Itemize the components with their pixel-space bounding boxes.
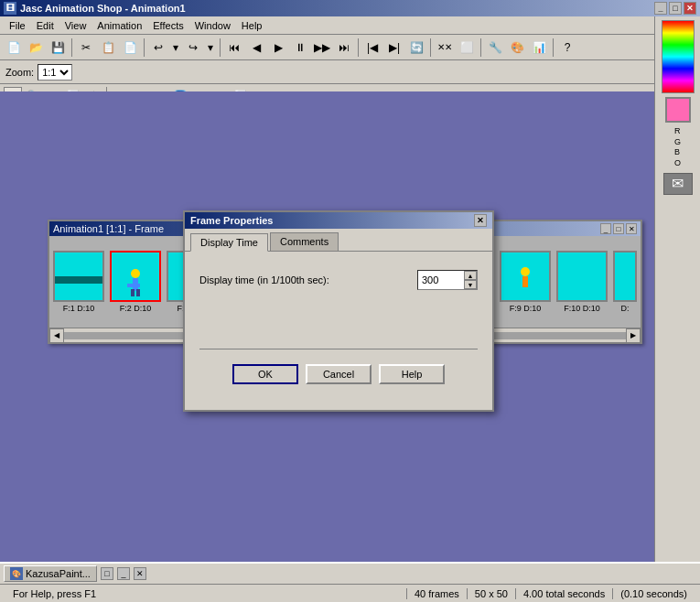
app-icon: 🎞 (4, 2, 16, 15)
frame-play-icon[interactable]: ▶ (268, 38, 288, 58)
display-time-label: Display time (in 1/100th sec): (199, 274, 410, 285)
scroll-right[interactable]: ▶ (626, 328, 641, 343)
color-gradient[interactable] (662, 20, 695, 93)
frame-item: F:9 D:10 (498, 251, 553, 313)
maximize-button[interactable]: □ (669, 2, 682, 15)
frame-first2-icon[interactable]: |◀ (362, 38, 382, 58)
frame-thumb-10[interactable] (556, 251, 608, 302)
loop-icon[interactable]: 🔄 (406, 38, 426, 58)
help-icon[interactable]: ? (557, 38, 577, 58)
zoom-label: Zoom: (5, 67, 34, 78)
frame-item: F:2 D:10 (108, 251, 163, 313)
spinner-up[interactable]: ▲ (464, 271, 477, 280)
taskbar-x-0[interactable]: ✕ (134, 567, 146, 580)
frame-last-icon[interactable]: ⏭ (334, 38, 354, 58)
frame-label-10: F:10 D:10 (564, 304, 600, 313)
title-bar-buttons: _ □ ✕ (654, 2, 696, 15)
tab-display-time[interactable]: Display Time (190, 233, 268, 252)
o-value: O (674, 158, 681, 169)
frame-thumb-2[interactable] (110, 251, 161, 302)
frame-properties-dialog: Frame Properties ✕ Display Time Comments… (183, 210, 494, 412)
insert-icon[interactable]: ⬜ (457, 38, 477, 58)
frame-prev-icon[interactable]: ⏮ (224, 38, 244, 58)
tools-icon[interactable]: 🔧 (485, 38, 505, 58)
ok-button[interactable]: OK (232, 364, 298, 384)
status-total-sec: 4.00 total seconds (516, 588, 613, 599)
status-bar: For Help, press F1 40 frames 50 x 50 4.0… (0, 584, 700, 602)
sep3 (220, 38, 221, 57)
taskbar-item-0[interactable]: 🎨 KazusaPaint... (4, 565, 97, 582)
right-panel: R G B O ✉ (654, 16, 700, 562)
cut-icon[interactable]: ✂ (76, 38, 96, 58)
dialog-separator (199, 349, 478, 349)
taskbar-label-0: KazusaPaint... (26, 568, 91, 579)
undo-icon[interactable]: ↩ (148, 38, 168, 58)
frame-item: F:10 D:10 (555, 251, 609, 313)
color-swatch-primary[interactable] (665, 97, 691, 123)
menu-help[interactable]: Help (236, 18, 268, 33)
frame-label-1: F:1 D:10 (63, 304, 95, 313)
status-frames: 40 frames (407, 588, 468, 599)
anim-title-buttons: _ □ ✕ (600, 223, 637, 234)
close-button[interactable]: ✕ (684, 2, 696, 15)
menu-file[interactable]: File (4, 18, 31, 33)
frame-last2-icon[interactable]: ▶| (384, 38, 404, 58)
status-help: For Help, press F1 (5, 588, 407, 599)
menu-animation[interactable]: Animation (92, 18, 147, 33)
taskbar-close-0[interactable]: □ (101, 567, 113, 580)
open-icon[interactable]: 📂 (26, 38, 46, 58)
zoom-select[interactable]: 1:1 1:2 1:4 2:1 4:1 (38, 64, 72, 81)
anim-close[interactable]: ✕ (626, 223, 637, 234)
menu-edit[interactable]: Edit (31, 18, 59, 33)
menu-view[interactable]: View (59, 18, 92, 33)
save-icon[interactable]: 💾 (48, 38, 68, 58)
frame-item: D: (611, 251, 639, 313)
redo-dropdown[interactable]: ▾ (205, 38, 216, 58)
dialog-tabs: Display Time Comments (185, 229, 492, 252)
frame-item: F:1 D:10 (51, 251, 106, 313)
menu-window[interactable]: Window (189, 18, 236, 33)
minimize-button[interactable]: _ (654, 2, 667, 15)
display-time-input[interactable] (418, 271, 464, 289)
undo-dropdown[interactable]: ▾ (170, 38, 181, 58)
rgb-display: R G B O (674, 126, 681, 169)
frame-fwd-icon[interactable]: ▶▶ (312, 38, 332, 58)
dialog-content: Display time (in 1/100th sec): ▲ ▼ OK Ca… (185, 252, 492, 410)
taskbar-min-0[interactable]: _ (117, 567, 130, 580)
delete-icon[interactable]: ✕✕ (435, 38, 455, 58)
display-time-spinner: ▲ ▼ (464, 271, 477, 289)
zoom-bar: Zoom: 1:1 1:2 1:4 2:1 4:1 (0, 60, 700, 84)
sep2 (144, 38, 145, 57)
menu-effects[interactable]: Effects (147, 18, 188, 33)
sep6 (480, 38, 481, 57)
frame-stop-icon[interactable]: ⏸ (290, 38, 310, 58)
frame-label-2: F:2 D:10 (120, 304, 152, 313)
main-toolbar: 📄 📂 💾 ✂ 📋 📄 ↩ ▾ ↪ ▾ ⏮ ◀ ▶ ⏸ ▶▶ ⏭ |◀ ▶| 🔄… (0, 35, 700, 60)
anim-minimize[interactable]: _ (600, 223, 611, 234)
dialog-spacer (199, 305, 478, 341)
sep4 (358, 38, 359, 57)
paste-icon[interactable]: 📄 (120, 38, 140, 58)
help-button[interactable]: Help (379, 364, 445, 384)
frame-label-9: F:9 D:10 (510, 304, 542, 313)
mail-icon[interactable]: ✉ (663, 173, 693, 195)
anim-title: Animation1 [1:1] - Frame (53, 223, 164, 234)
spinner-down[interactable]: ▼ (464, 280, 477, 289)
taskbar-icon-0: 🎨 (10, 567, 23, 580)
frame-thumb-1[interactable] (53, 251, 104, 302)
histogram-icon[interactable]: 📊 (529, 38, 549, 58)
frame-label-11: D: (621, 304, 630, 313)
redo-icon[interactable]: ↪ (183, 38, 203, 58)
palette-icon[interactable]: 🎨 (507, 38, 527, 58)
scroll-left[interactable]: ◀ (49, 328, 64, 343)
frame-thumb-9[interactable] (500, 251, 551, 302)
copy-icon[interactable]: 📋 (98, 38, 118, 58)
cancel-button[interactable]: Cancel (306, 364, 372, 384)
tab-comments[interactable]: Comments (270, 232, 339, 251)
new-icon[interactable]: 📄 (4, 38, 24, 58)
frame-thumb-11[interactable] (613, 251, 637, 302)
dialog-close-button[interactable]: ✕ (474, 214, 487, 227)
frame-back-icon[interactable]: ◀ (246, 38, 266, 58)
status-dimensions: 50 x 50 (468, 588, 516, 599)
anim-maximize[interactable]: □ (613, 223, 624, 234)
